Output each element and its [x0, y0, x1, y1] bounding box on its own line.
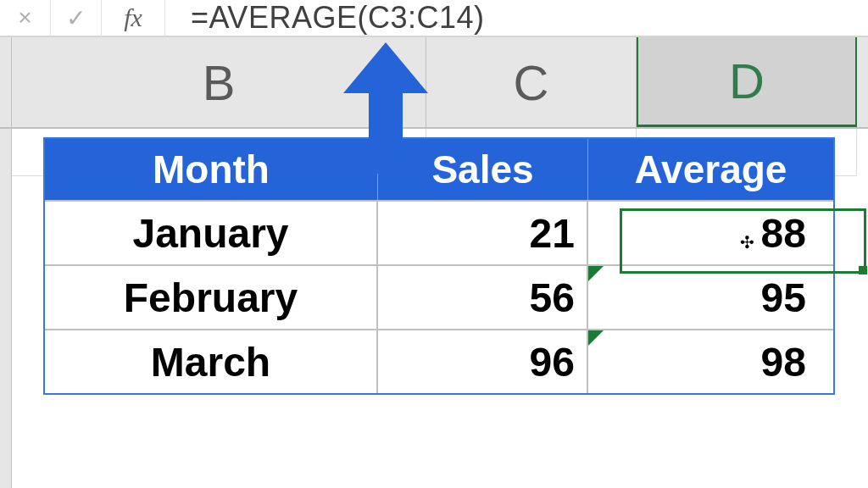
cell-average[interactable]: 95	[588, 264, 833, 329]
column-header-b[interactable]: B	[12, 37, 426, 127]
cell-sales[interactable]: 96	[378, 329, 588, 393]
row-headers	[0, 129, 12, 488]
cell-sales[interactable]: 21	[378, 200, 588, 264]
table-row: February 56 95	[45, 264, 833, 329]
header-month[interactable]: Month	[45, 139, 378, 200]
cell-value: 95	[761, 274, 806, 321]
grid: Month Sales Average January 21 88 Februa…	[0, 129, 868, 488]
column-header-d[interactable]: D	[637, 37, 857, 127]
cells[interactable]: Month Sales Average January 21 88 Februa…	[12, 129, 868, 488]
header-average[interactable]: Average	[588, 139, 833, 200]
table-row: March 96 98	[45, 329, 833, 393]
formula-bar: × ✓ fx =AVERAGE(C3:C14)	[0, 0, 868, 37]
cell-average[interactable]: 98	[588, 329, 833, 393]
column-header-c[interactable]: C	[426, 37, 637, 127]
header-sales[interactable]: Sales	[378, 139, 588, 200]
cancel-icon[interactable]: ×	[0, 0, 51, 36]
confirm-icon[interactable]: ✓	[51, 0, 102, 36]
cell-average[interactable]: 88	[588, 200, 833, 264]
cell-month[interactable]: February	[45, 264, 378, 329]
table-row: January 21 88	[45, 200, 833, 264]
table-header-row: Month Sales Average	[45, 139, 833, 200]
error-marker-icon	[588, 266, 604, 281]
fill-handle[interactable]	[859, 266, 867, 274]
error-marker-icon	[588, 330, 604, 346]
formula-input[interactable]: =AVERAGE(C3:C14)	[165, 0, 868, 36]
fx-icon[interactable]: fx	[102, 0, 165, 36]
data-table: Month Sales Average January 21 88 Februa…	[43, 137, 835, 395]
cell-month[interactable]: January	[45, 200, 378, 264]
cell-month[interactable]: March	[45, 329, 378, 393]
row-header-stub	[0, 37, 12, 127]
cell-value: 98	[761, 339, 806, 385]
column-headers: B C D	[0, 37, 868, 129]
cell-sales[interactable]: 56	[378, 264, 588, 329]
